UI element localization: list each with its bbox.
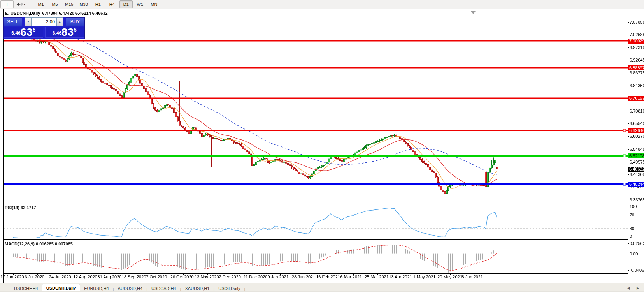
chart-tab-usdcnh[interactable]: USDCNH,Daily: [42, 284, 80, 292]
date-axis-label: 18 Sep 2020: [122, 274, 146, 279]
date-axis-label: 20 May 2021: [437, 274, 462, 279]
axis-tick-label: 100: [630, 204, 637, 209]
date-axis-label: 25 Mar 2021: [365, 274, 389, 279]
axis-tick-label: 7.02585: [630, 32, 644, 37]
date-axis-label: 6 Jul 2020: [25, 274, 44, 279]
axis-tick-label: 6.49575: [630, 160, 644, 164]
buy-price-prefix: 6.46: [53, 30, 61, 36]
lot-size-input[interactable]: [32, 17, 56, 26]
chart-tab-usdchf[interactable]: USDCHF,H4: [10, 285, 42, 292]
rsi-label: RSI(14) 62.1717: [5, 205, 36, 210]
chart-title: USDCNH,Daily 6.47304 6.47420 6.46214 6.4…: [5, 11, 108, 16]
date-axis-label: 12 Aug 2020: [73, 274, 97, 279]
axis-tick-label: 6.97315: [630, 45, 644, 50]
symbol-period-label: USDCNH,Daily: [11, 11, 40, 16]
sell-price-pip: 5: [33, 27, 36, 33]
chart-shift-marker-icon[interactable]: [471, 11, 476, 14]
axis-tick-label: 6.33765: [630, 197, 644, 202]
sell-price-big: 63: [21, 28, 33, 37]
date-axis-label: 13 Nov 2020: [195, 274, 219, 279]
date-axis-label: 26 Oct 2020: [170, 274, 194, 279]
price-level-tag: 7.00029: [628, 39, 644, 44]
date-axis-label: 7 Oct 2020: [146, 274, 167, 279]
date-axis-label: 31 Aug 2020: [98, 274, 122, 279]
chart-pointer-icon: [5, 12, 9, 15]
axis-tick-label: 0: [630, 234, 632, 239]
price-level-tag: 6.62646: [628, 128, 644, 133]
tabs-scroll-left-icon[interactable]: ◀: [627, 286, 630, 290]
axis-tick-label: 6.65540: [630, 121, 644, 126]
axis-tick-label: 7.07855: [630, 20, 644, 25]
buy-price-big: 83: [61, 28, 74, 37]
date-axis-label: 8 Jun 2021: [462, 274, 483, 279]
chart-tab-usoil[interactable]: USOil,Daily: [214, 285, 244, 292]
axis-tick-label: 6.60270: [630, 134, 644, 139]
price-level-tag: 6.46632: [628, 167, 644, 172]
date-axis-label: 21 Dec 2020: [243, 274, 267, 279]
axis-tick-label: 6.44305: [630, 172, 644, 177]
sell-price-box[interactable]: 6.46 63 5: [4, 27, 43, 38]
date-axis-label: 1 May 2021: [413, 274, 435, 279]
axis-tick-label: 6.86775: [630, 70, 644, 75]
date-axis-label: 6 Mar 2021: [340, 274, 362, 279]
date-axis-label: 24 Jul 2020: [49, 274, 71, 279]
lot-increase-button[interactable]: ▲: [56, 17, 63, 26]
tabs-scroll-right-icon[interactable]: ▶: [637, 286, 639, 290]
chart-tab-bar: USDCHF,H4 USDCNH,Daily EURUSD,H4|AUDUSD,…: [0, 283, 644, 292]
sell-price-prefix: 6.46: [11, 30, 20, 36]
buy-price-box[interactable]: 6.46 83 5: [45, 27, 84, 38]
one-click-trading-panel: SELL ▼ ▲ BUY 6.46 63 5 6.46 83 5: [3, 17, 85, 39]
price-level-tag: 6.88897: [628, 65, 644, 70]
price-chart-canvas[interactable]: [0, 0, 644, 292]
price-level-tag: 6.76157: [628, 96, 644, 101]
price-level-tag: 6.52108: [628, 153, 644, 158]
date-axis-label: 9 Jan 2021: [267, 274, 288, 279]
chart-tab-xauusd[interactable]: XAUUSD,H1: [181, 285, 213, 292]
macd-label: MACD(12,26,9) 0.016285 0.007085: [5, 241, 73, 246]
mt4-terminal-window: T ▾ M1M5M15M30H1H4D1W1MN USDCNH,Daily 6.…: [0, 0, 644, 292]
price-level-tag: 6.40244: [628, 182, 644, 187]
axis-tick-label: 30: [630, 226, 634, 231]
axis-tick-label: 6.92045: [630, 58, 644, 62]
axis-tick-label: 0.00: [630, 252, 638, 256]
buy-button[interactable]: BUY: [66, 17, 84, 26]
axis-tick-label: 6.54845: [630, 147, 644, 151]
date-axis-label: 13 Apr 2021: [389, 274, 412, 279]
ohlc-values: 6.47304 6.47420 6.46214 6.46632: [42, 11, 107, 16]
sell-button[interactable]: SELL: [4, 17, 22, 26]
axis-tick-label: 6.81350: [630, 83, 644, 88]
chart-tab-eurusd[interactable]: EURUSD,H4: [80, 285, 113, 292]
lot-decrease-button[interactable]: ▼: [25, 17, 32, 26]
axis-tick-label: 0.025623: [630, 241, 644, 246]
date-axis-label: 2 Dec 2020: [219, 274, 241, 279]
chart-tab-audusd[interactable]: AUDUSD,H4: [114, 285, 147, 292]
date-axis-label: 28 Jan 2021: [292, 274, 316, 279]
chart-tab-usdcad[interactable]: USDCAD,H4: [147, 285, 180, 292]
axis-tick-label: -0.040687: [630, 268, 644, 273]
axis-tick-label: 70: [630, 213, 634, 217]
buy-price-pip: 5: [74, 27, 77, 33]
date-axis-label: 17 Jun 2020: [0, 274, 24, 279]
axis-tick-label: 6.70810: [630, 109, 644, 113]
date-axis-label: 16 Feb 2021: [316, 274, 340, 279]
